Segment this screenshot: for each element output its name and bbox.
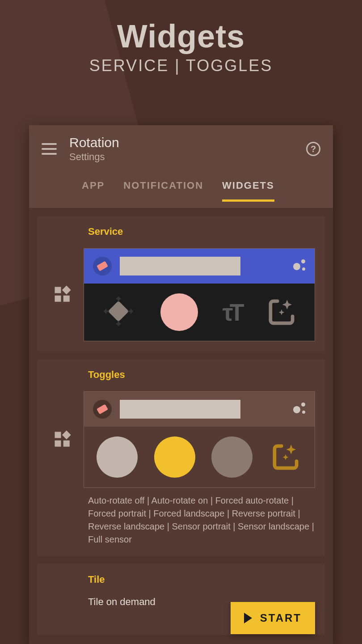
start-button[interactable]: START [231,602,315,634]
toggles-preview-body [84,427,315,487]
color-swatch-yellow [154,436,195,478]
service-card: Service τT [37,216,325,351]
toggles-preview[interactable] [84,391,315,488]
sparkle-box-icon [265,296,298,329]
svg-rect-6 [55,441,61,447]
svg-rect-3 [62,286,71,295]
service-preview-header [84,249,315,284]
color-swatch-grey [97,436,138,478]
hero-subtitle: SERVICE | TOGGLES [0,56,362,75]
toggles-title: Toggles [88,369,315,381]
color-swatch-pink [160,293,198,331]
tab-widgets[interactable]: WIDGETS [222,180,274,202]
rotation-icon [93,400,112,419]
hero: Widgets SERVICE | TOGGLES [0,0,362,75]
sparkle-box-icon [269,441,302,474]
svg-rect-7 [63,441,70,447]
content: Service τT [29,208,333,644]
text-size-icon: τT [223,298,241,326]
tabs: APP NOTIFICATION WIDGETS [42,180,320,202]
svg-rect-8 [62,431,71,440]
menu-icon[interactable] [42,143,57,155]
toggles-preview-header [84,392,315,427]
tab-notification[interactable]: NOTIFICATION [123,180,203,202]
title-placeholder [120,257,240,275]
svg-rect-0 [55,287,61,293]
more-icon [290,402,306,416]
title-placeholder [120,400,240,419]
tab-app[interactable]: APP [82,180,105,202]
app-title: Rotation [69,135,294,150]
service-preview-body: τT [84,284,315,341]
service-title: Service [88,226,315,237]
svg-rect-4 [108,301,129,322]
svg-rect-1 [55,296,61,302]
svg-rect-5 [55,432,61,438]
start-button-label: START [260,612,302,624]
color-swatch-dim [211,436,253,478]
more-icon [290,259,306,273]
play-icon [244,613,252,623]
toggles-card: Toggles [37,359,325,556]
app-subtitle: Settings [69,151,294,163]
widgets-icon [47,285,78,304]
service-preview[interactable]: τT [84,248,315,341]
hero-title: Widgets [0,18,362,55]
phone-frame: Rotation Settings ? APP NOTIFICATION WID… [29,125,333,644]
app-bar: Rotation Settings ? APP NOTIFICATION WID… [29,125,333,208]
svg-rect-2 [63,296,70,302]
rotation-icon [93,257,112,275]
tile-title: Tile [88,574,315,585]
gear-rotation-icon [101,293,136,331]
widgets-icon [47,430,78,449]
help-icon[interactable]: ? [306,142,320,156]
toggles-description: Auto-rotate off | Auto-rotate on | Force… [88,494,315,546]
